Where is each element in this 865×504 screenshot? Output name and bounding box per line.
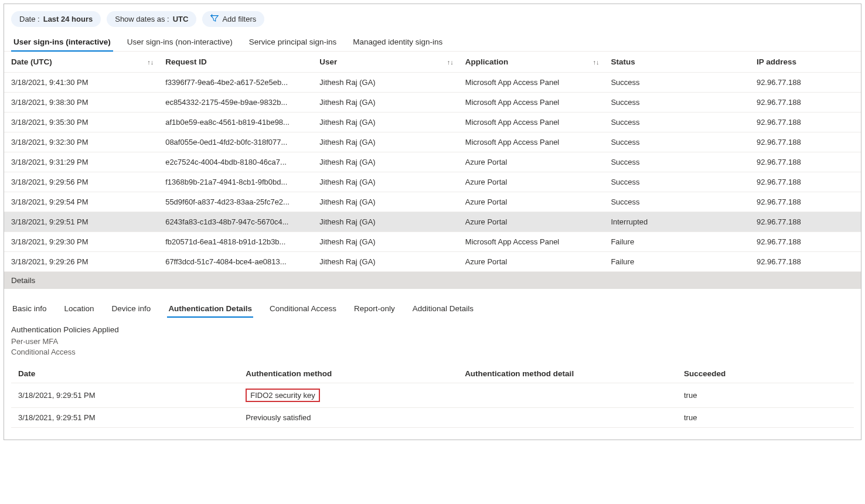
cell-ip: 92.96.77.188 [750, 232, 861, 252]
filter-date-value: Last 24 hours [43, 15, 93, 23]
cell-user: Jithesh Raj (GA) [312, 192, 458, 212]
col-header-date[interactable]: Date (UTC) ↑↓ [4, 52, 158, 73]
cell-date: 3/18/2021, 9:29:51 PM [11, 383, 239, 408]
cell-app: Azure Portal [458, 172, 604, 192]
table-row[interactable]: 3/18/2021, 9:31:29 PMe2c7524c-4004-4bdb-… [4, 152, 861, 172]
cell-ip: 92.96.77.188 [750, 252, 861, 272]
cell-status: Success [604, 192, 750, 212]
signin-logs-panel: Date : Last 24 hours Show dates as : UTC… [4, 4, 861, 440]
tab-noninteractive-signins[interactable]: User sign-ins (non-interactive) [125, 33, 235, 51]
cell-method-detail [458, 408, 677, 428]
col-header-user[interactable]: User ↑↓ [312, 52, 458, 73]
tab-interactive-signins[interactable]: User sign-ins (interactive) [11, 33, 113, 51]
cell-status: Success [604, 132, 750, 152]
table-row[interactable]: 3/18/2021, 9:41:30 PMf3396f77-9ea6-4be2-… [4, 73, 861, 93]
table-row[interactable]: 3/18/2021, 9:29:51 PM6243fa83-c1d3-48b7-… [4, 212, 861, 232]
auth-policies-list: Per-user MFA Conditional Access [11, 336, 854, 357]
col-header-status[interactable]: Status [604, 52, 750, 73]
table-row[interactable]: 3/18/2021, 9:38:30 PMec854332-2175-459e-… [4, 93, 861, 113]
table-row[interactable]: 3/18/2021, 9:29:54 PM55d9f60f-a837-4d23-… [4, 192, 861, 212]
add-filters-button[interactable]: Add filters [202, 11, 264, 27]
cell-user: Jithesh Raj (GA) [312, 212, 458, 232]
table-row[interactable]: 3/18/2021, 9:35:30 PMaf1b0e59-ea8c-4561-… [4, 113, 861, 132]
signin-table: Date (UTC) ↑↓ Request ID User ↑↓ Applica… [4, 52, 861, 272]
filter-show-dates-value: UTC [173, 15, 189, 23]
sort-icon: ↑↓ [147, 59, 154, 66]
filter-date[interactable]: Date : Last 24 hours [11, 11, 101, 27]
cell-user: Jithesh Raj (GA) [312, 252, 458, 272]
detail-tab-report-only[interactable]: Report-only [353, 301, 396, 318]
table-row[interactable]: 3/18/2021, 9:29:30 PMfb20571d-6ea1-4818-… [4, 232, 861, 252]
auth-col-succeeded[interactable]: Succeeded [677, 365, 854, 383]
cell-ip: 92.96.77.188 [750, 192, 861, 212]
cell-status: Success [604, 93, 750, 113]
cell-req: e2c7524c-4004-4bdb-8180-46ca7... [158, 152, 312, 172]
cell-date: 3/18/2021, 9:29:51 PM [11, 408, 239, 428]
cell-date: 3/18/2021, 9:35:30 PM [4, 113, 158, 132]
filter-icon [210, 14, 219, 24]
cell-date: 3/18/2021, 9:29:30 PM [4, 232, 158, 252]
cell-user: Jithesh Raj (GA) [312, 93, 458, 113]
cell-status: Interrupted [604, 212, 750, 232]
cell-req: 6243fa83-c1d3-48b7-947c-5670c4... [158, 212, 312, 232]
cell-ip: 92.96.77.188 [750, 93, 861, 113]
tab-service-principal-signins[interactable]: Service principal sign-ins [247, 33, 339, 51]
cell-app: Microsoft App Access Panel [458, 232, 604, 252]
cell-succeeded: true [677, 408, 854, 428]
cell-date: 3/18/2021, 9:31:29 PM [4, 152, 158, 172]
cell-date: 3/18/2021, 9:29:54 PM [4, 192, 158, 212]
auth-col-method-detail[interactable]: Authentication method detail [458, 365, 677, 383]
cell-app: Azure Portal [458, 152, 604, 172]
cell-app: Microsoft App Access Panel [458, 73, 604, 93]
cell-date: 3/18/2021, 9:29:26 PM [4, 252, 158, 272]
detail-tab-device-info[interactable]: Device info [111, 301, 152, 318]
cell-req: 67ff3dcd-51c7-4084-bce4-ae0813... [158, 252, 312, 272]
cell-req: 08af055e-0ed1-4fd2-b0fc-318f077... [158, 132, 312, 152]
cell-date: 3/18/2021, 9:41:30 PM [4, 73, 158, 93]
highlight-annotation: FIDO2 security key [246, 389, 320, 402]
cell-ip: 92.96.77.188 [750, 152, 861, 172]
sort-icon: ↑↓ [447, 59, 454, 66]
auth-col-date[interactable]: Date [11, 365, 239, 383]
cell-date: 3/18/2021, 9:38:30 PM [4, 93, 158, 113]
table-row[interactable]: 3/18/2021, 9:32:30 PM08af055e-0ed1-4fd2-… [4, 132, 861, 152]
table-row[interactable]: 3/18/2021, 9:29:26 PM67ff3dcd-51c7-4084-… [4, 252, 861, 272]
detail-tab-additional-details[interactable]: Additional Details [411, 301, 475, 318]
details-header: Details [4, 272, 861, 289]
table-row[interactable]: 3/18/2021, 9:29:51 PMFIDO2 security keyt… [11, 383, 854, 408]
cell-req: af1b0e59-ea8c-4561-b819-41be98... [158, 113, 312, 132]
detail-tab-conditional-access[interactable]: Conditional Access [268, 301, 338, 318]
auth-details-table: Date Authentication method Authenticatio… [11, 365, 854, 428]
table-row[interactable]: 3/18/2021, 9:29:51 PMPreviously satisfie… [11, 408, 854, 428]
filter-bar: Date : Last 24 hours Show dates as : UTC… [4, 9, 861, 33]
cell-user: Jithesh Raj (GA) [312, 172, 458, 192]
detail-tab-group: Basic info Location Device info Authenti… [4, 289, 861, 318]
cell-succeeded: true [677, 383, 854, 408]
cell-user: Jithesh Raj (GA) [312, 73, 458, 93]
add-filters-label: Add filters [222, 15, 256, 23]
cell-user: Jithesh Raj (GA) [312, 132, 458, 152]
auth-policy-item: Conditional Access [11, 347, 854, 357]
auth-policies-label: Authentication Policies Applied [11, 325, 854, 334]
detail-tab-basic-info[interactable]: Basic info [11, 301, 48, 318]
cell-app: Azure Portal [458, 192, 604, 212]
filter-date-label: Date : [19, 15, 40, 23]
col-header-application[interactable]: Application ↑↓ [458, 52, 604, 73]
cell-date: 3/18/2021, 9:29:56 PM [4, 172, 158, 192]
auth-col-method[interactable]: Authentication method [239, 365, 458, 383]
filter-show-dates[interactable]: Show dates as : UTC [107, 11, 196, 27]
cell-req: f3396f77-9ea6-4be2-a617-52e5eb... [158, 73, 312, 93]
cell-ip: 92.96.77.188 [750, 113, 861, 132]
col-header-request-id[interactable]: Request ID [158, 52, 312, 73]
col-header-ip[interactable]: IP address [750, 52, 861, 73]
table-row[interactable]: 3/18/2021, 9:29:56 PMf1368b9b-21a7-4941-… [4, 172, 861, 192]
detail-tab-location[interactable]: Location [63, 301, 96, 318]
cell-date: 3/18/2021, 9:29:51 PM [4, 212, 158, 232]
auth-policy-item: Per-user MFA [11, 336, 854, 347]
cell-ip: 92.96.77.188 [750, 172, 861, 192]
cell-ip: 92.96.77.188 [750, 132, 861, 152]
cell-app: Azure Portal [458, 212, 604, 232]
cell-user: Jithesh Raj (GA) [312, 113, 458, 132]
detail-tab-auth-details[interactable]: Authentication Details [167, 301, 253, 318]
tab-managed-identity-signins[interactable]: Managed identity sign-ins [350, 33, 445, 51]
